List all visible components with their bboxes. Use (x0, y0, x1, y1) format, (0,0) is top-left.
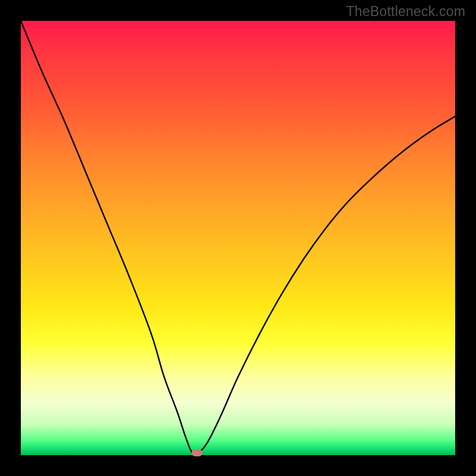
chart-container: TheBottleneck.com (0, 0, 476, 476)
curve-svg (21, 21, 455, 455)
bottleneck-curve (21, 21, 455, 455)
optimum-marker (192, 449, 202, 456)
watermark-text: TheBottleneck.com (346, 4, 465, 20)
